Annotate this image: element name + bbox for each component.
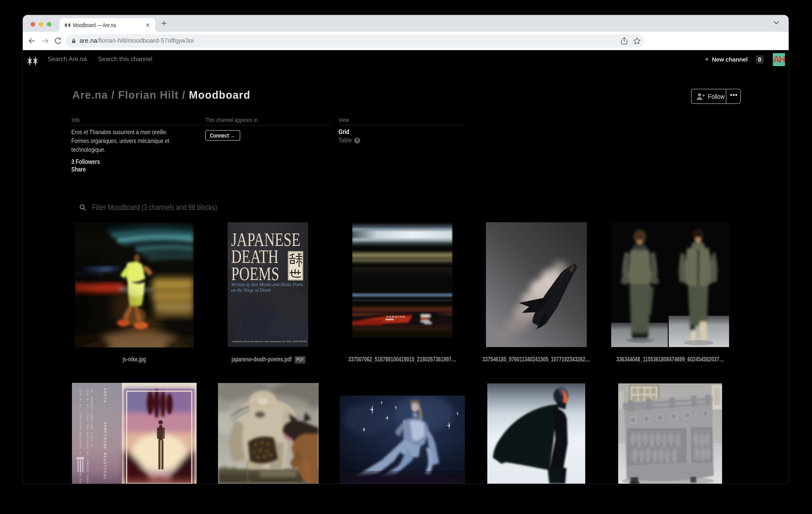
svg-text:on the Verge of Death: on the Verge of Death [231, 287, 271, 293]
svg-text:compiled with an Introduction: compiled with an Introduction and commen… [232, 340, 307, 343]
svg-text:05. AMBIENT FURNITURE [TAKE 3]: 05. AMBIENT FURNITURE [TAKE 3] [90, 389, 93, 448]
svg-text:ARKIA SOMETHING BEAUTIFUL: ARKIA SOMETHING BEAUTIFUL OUT OF NOTHI [103, 388, 107, 484]
svg-text:POEMS: POEMS [231, 263, 279, 284]
svg-text:SIDE B: 03. STUDY THE INVISIB: SIDE B: 03. STUDY THE INVISIBLE 04. AMBI… [86, 389, 89, 484]
svg-text:Written by Zen Monks and Haiku: Written by Zen Monks and Haiku Poets [231, 281, 303, 288]
svg-text:PORSCHE: PORSCHE [386, 315, 405, 318]
